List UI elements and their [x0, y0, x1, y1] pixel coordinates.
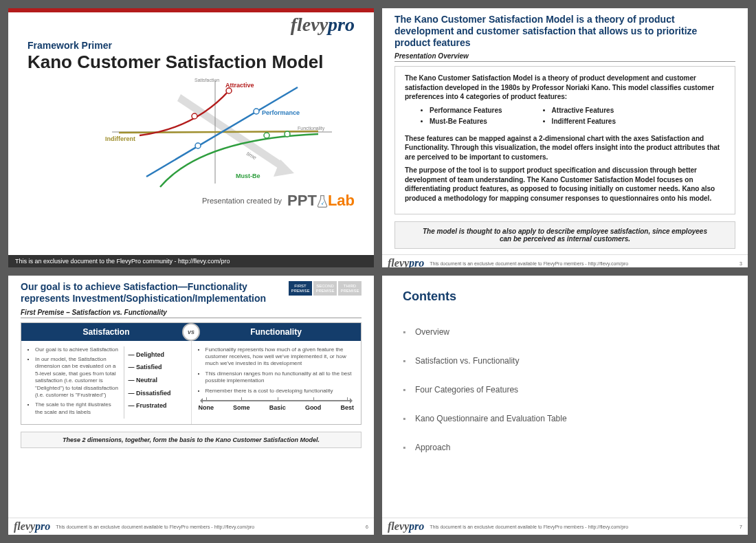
s2-p2: These features can be mapped against a 2… [405, 135, 720, 161]
right-bullets: Functionality represents how much of a g… [205, 346, 356, 395]
footer-logo: flevypro [14, 520, 50, 533]
comparison-panel: Satisfaction Functionality vs Our goal i… [21, 322, 362, 425]
col-left-header: Satisfaction [21, 323, 191, 341]
presented-by-text: Presentation created by [202, 197, 282, 205]
vs-badge: vs [182, 323, 200, 341]
rb-2: Remember there is a cost to developing f… [205, 388, 356, 395]
satisfaction-scale: — Delighted — Satisfied — Neutral — Diss… [124, 346, 186, 419]
svg-point-8 [195, 143, 201, 148]
slide2-callout: The model is thought to also apply to de… [394, 221, 735, 249]
badge-second: SECOND PREMISE [313, 281, 337, 296]
svg-point-6 [192, 113, 197, 119]
badge-first: FIRST PREMISE [289, 281, 312, 296]
slide2-footer: flevypro This document is an exclusive d… [382, 254, 748, 267]
presented-by-row: Presentation created by PPTLab [27, 192, 355, 210]
hs-2: Basic [269, 404, 286, 412]
col-right-header: Functionality [191, 323, 361, 341]
page-number: 3 [740, 261, 742, 266]
features-right: Attractive Features Indifferent Features [552, 106, 616, 129]
toc-4: Approach [403, 433, 727, 462]
framework-subtitle: Framework Primer [27, 40, 355, 51]
footer-logo: flevypro [388, 257, 424, 267]
slide-4: Contents Overview Satisfaction vs. Funct… [382, 276, 748, 535]
footer-text: This document is an exclusive document a… [56, 524, 254, 529]
pptlab-2: Lab [328, 192, 355, 209]
slide1-footer: This is an exclusive document to the Fle… [8, 255, 374, 267]
lb-1: In our model, the Satisfaction dimension… [35, 356, 120, 399]
badge-third: THIRD PREMISE [338, 281, 362, 296]
overview-label: Presentation Overview [394, 52, 735, 62]
logo-text-1: flevy [291, 14, 328, 35]
sc-4: — Frustrated [129, 402, 186, 410]
s2-p3: The purpose of the tool is to support pr… [405, 166, 715, 202]
toc-3: Kano Questionnaire and Evaluation Table [403, 404, 727, 433]
sc-0: — Delighted [129, 351, 186, 359]
toc-1: Satisfaction vs. Functionality [403, 346, 727, 375]
left-bullets: Our goal is to achieve Satisfaction In o… [35, 346, 120, 417]
overview-box: The Kano Customer Satisfaction Model is … [394, 66, 735, 214]
flevypro-logo: flevypro [291, 14, 355, 36]
svg-point-5 [226, 88, 232, 93]
lb-0: Our goal is to achieve Satisfaction [35, 346, 120, 353]
logo-text-2: pro [328, 14, 355, 35]
feat-r-0: Attractive Features [552, 107, 614, 114]
svg-point-11 [322, 203, 323, 205]
axis-x-label: Functionality [298, 126, 325, 131]
feat-l-0: Performance Features [430, 107, 502, 114]
footer-text: This document is an exclusive document a… [430, 524, 628, 529]
hs-1: Some [233, 404, 250, 412]
indifferent-label: Indifferent [105, 135, 135, 142]
sc-3: — Dissatisfied [129, 390, 186, 398]
slide4-footer: flevypro This document is an exclusive d… [382, 518, 748, 535]
performance-label: Performance [262, 109, 300, 116]
pptlab-logo: PPTLab [287, 192, 355, 210]
slide3-footer: flevypro This document is an exclusive d… [8, 518, 374, 535]
slide-3: Our goal is to achieve Satisfaction—Func… [8, 276, 374, 535]
footer-text: This document is an exclusive document a… [430, 261, 628, 266]
hs-3: Good [305, 404, 322, 412]
lb-2: The scale to the right illustrates the s… [35, 401, 120, 416]
footer-text: This is an exclusive document to the Fle… [15, 258, 230, 265]
rb-0: Functionality represents how much of a g… [205, 346, 356, 368]
sc-1: — Satisfied [129, 364, 186, 372]
footer-logo: flevypro [388, 520, 424, 533]
feat-l-1: Must-Be Features [430, 118, 487, 125]
slide-grid: flevypro Framework Primer Kano Customer … [8, 8, 748, 535]
mustbe-label: Must-Be [236, 173, 260, 179]
main-title: Kano Customer Satisfaction Model [27, 52, 355, 72]
sc-2: — Neutral [129, 377, 186, 385]
page-number: 6 [366, 524, 368, 529]
page-number: 7 [740, 524, 742, 529]
pptlab-1: PPT [287, 192, 317, 209]
flask-icon [317, 195, 328, 208]
svg-point-9 [264, 133, 269, 138]
features-left: Performance Features Must-Be Features [430, 106, 502, 129]
axis-y-label: Satisfaction [194, 78, 219, 82]
slide3-title: Our goal is to achieve Satisfaction—Func… [21, 281, 283, 304]
slide3-subtitle: First Premise – Satisfaction vs. Functio… [21, 309, 362, 318]
functionality-scale: None Some Basic Good Best [197, 400, 356, 412]
svg-point-12 [323, 202, 324, 203]
premise-badges: FIRST PREMISE SECOND PREMISE THIRD PREMI… [289, 281, 362, 296]
slide3-callout: These 2 dimensions, together, form the b… [21, 432, 362, 448]
hs-4: Best [340, 404, 354, 412]
s2-p1: The Kano Customer Satisfaction Model is … [405, 74, 714, 100]
slide2-title: The Kano Customer Satisfaction Model is … [394, 14, 735, 48]
rb-1: This dimension ranges from no functional… [205, 370, 356, 385]
svg-point-7 [254, 109, 259, 114]
svg-point-10 [285, 131, 290, 137]
kano-chart: time Satisfaction Functionality Indiffer… [89, 74, 355, 190]
slide-1: flevypro Framework Primer Kano Customer … [8, 8, 374, 267]
toc-2: Four Categories of Features [403, 375, 727, 404]
slide4-title: Contents [403, 289, 727, 304]
contents-list: Overview Satisfaction vs. Functionality … [403, 318, 727, 462]
toc-0: Overview [403, 318, 727, 346]
slide-2: The Kano Customer Satisfaction Model is … [382, 8, 748, 267]
feat-r-1: Indifferent Features [552, 118, 616, 125]
hs-0: None [199, 404, 214, 412]
